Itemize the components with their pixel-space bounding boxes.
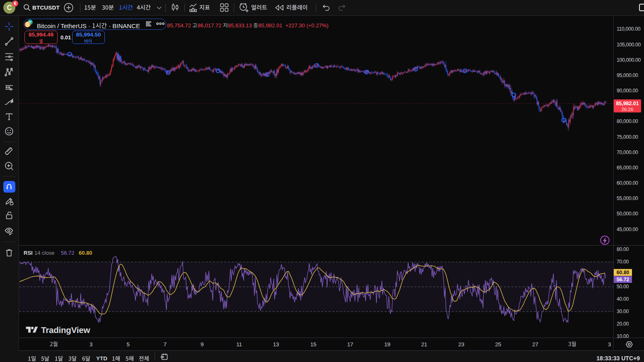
svg-text:55,000.00: 55,000.00: [617, 195, 638, 201]
svg-text:105,000.00: 105,000.00: [617, 42, 641, 48]
svg-text:56.72: 56.72: [61, 250, 75, 256]
svg-text:3: 3: [90, 341, 92, 348]
svg-text:90,000.00: 90,000.00: [617, 88, 638, 94]
svg-text:110,000.00: 110,000.00: [617, 26, 641, 32]
svg-text:50,000.00: 50,000.00: [617, 211, 638, 217]
svg-text:11: 11: [236, 341, 242, 348]
svg-text:70.00: 70.00: [617, 259, 629, 265]
svg-text:13: 13: [273, 341, 279, 348]
svg-text:85,982.01: 85,982.01: [616, 101, 639, 106]
svg-text:60,000.00: 60,000.00: [617, 180, 638, 186]
svg-text:10.00: 10.00: [617, 333, 629, 339]
svg-text:7: 7: [163, 341, 166, 348]
svg-text:45,000.00: 45,000.00: [617, 227, 638, 232]
svg-text:65,000.00: 65,000.00: [617, 165, 638, 171]
svg-text:56.72: 56.72: [617, 277, 629, 282]
svg-text:TradingView: TradingView: [41, 325, 90, 335]
svg-text:14 close: 14 close: [34, 250, 54, 256]
svg-text:26:26: 26:26: [621, 106, 633, 112]
svg-text:95,000.00: 95,000.00: [617, 72, 638, 78]
svg-text:17: 17: [347, 341, 353, 348]
svg-text:19: 19: [384, 341, 390, 348]
svg-text:60.80: 60.80: [617, 270, 629, 275]
svg-text:₿: ₿: [26, 22, 29, 27]
svg-text:15: 15: [310, 341, 316, 348]
svg-text:80.00: 80.00: [617, 246, 629, 252]
svg-text:60.80: 60.80: [79, 250, 92, 256]
svg-text:RSI: RSI: [24, 250, 33, 256]
svg-text:50.00: 50.00: [617, 284, 629, 290]
svg-text:70,000.00: 70,000.00: [617, 150, 638, 155]
svg-text:23: 23: [458, 341, 464, 348]
svg-text:100,000.00: 100,000.00: [617, 57, 641, 63]
svg-text:3: 3: [608, 341, 611, 348]
svg-text:40.00: 40.00: [617, 296, 629, 302]
svg-text:9: 9: [201, 341, 203, 348]
svg-text:25: 25: [495, 341, 501, 348]
svg-text:30.00: 30.00: [617, 309, 629, 314]
svg-text:27: 27: [532, 341, 538, 348]
svg-text:75,000.00: 75,000.00: [617, 134, 638, 140]
svg-text:21: 21: [421, 341, 427, 348]
svg-text:80,000.00: 80,000.00: [617, 118, 638, 124]
svg-text:20.00: 20.00: [617, 321, 629, 327]
svg-text:5: 5: [126, 341, 129, 348]
